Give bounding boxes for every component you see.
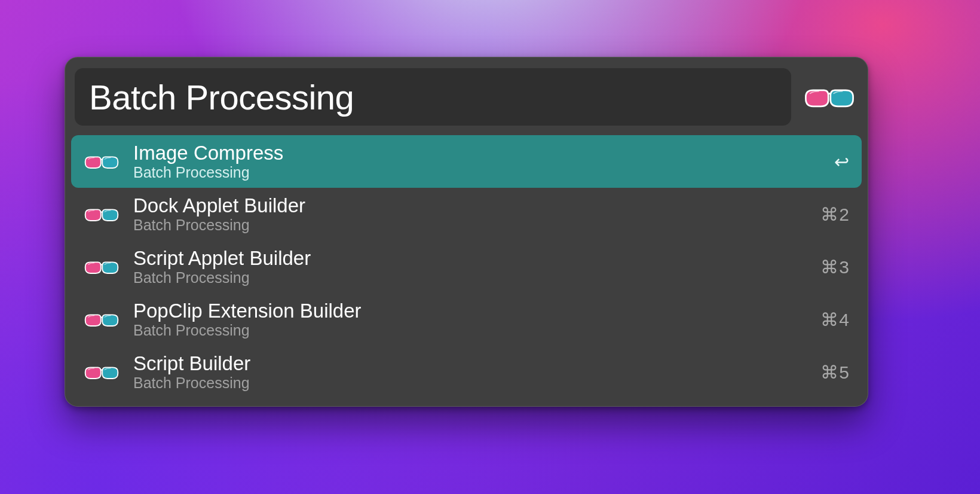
result-row[interactable]: Image Compress Batch Processing ↩ (71, 135, 862, 188)
glasses-icon (83, 205, 120, 224)
result-subtitle: Batch Processing (133, 164, 801, 180)
result-subtitle: Batch Processing (133, 375, 801, 391)
result-text: Script Applet Builder Batch Processing (133, 248, 801, 286)
result-icon (83, 301, 120, 338)
results-list: Image Compress Batch Processing ↩ Dock A… (65, 132, 868, 398)
result-shortcut: ⌘5 (814, 362, 850, 383)
result-text: PopClip Extension Builder Batch Processi… (133, 301, 801, 339)
result-row[interactable]: PopClip Extension Builder Batch Processi… (71, 293, 862, 346)
result-icon (83, 143, 120, 180)
return-icon: ↩ (834, 151, 850, 172)
result-row[interactable]: Dock Applet Builder Batch Processing ⌘2 (71, 188, 862, 240)
launcher-panel: Image Compress Batch Processing ↩ Dock A… (65, 57, 868, 407)
result-row[interactable]: Script Applet Builder Batch Processing ⌘… (71, 240, 862, 293)
result-shortcut: ⌘4 (814, 309, 850, 330)
glasses-icon (83, 153, 120, 171)
result-subtitle: Batch Processing (133, 270, 801, 285)
result-title: Image Compress (133, 143, 801, 164)
result-title: Script Applet Builder (133, 248, 801, 269)
result-subtitle: Batch Processing (133, 217, 801, 233)
result-text: Script Builder Batch Processing (133, 353, 801, 391)
glasses-icon (83, 363, 120, 382)
result-subtitle: Batch Processing (133, 322, 801, 338)
result-text: Dock Applet Builder Batch Processing (133, 196, 801, 233)
glasses-icon (803, 84, 856, 111)
result-row[interactable]: Script Builder Batch Processing ⌘5 (71, 346, 862, 398)
result-title: Script Builder (133, 353, 801, 374)
search-input[interactable] (75, 68, 791, 126)
result-shortcut: ↩ (814, 151, 850, 172)
result-icon (83, 248, 120, 285)
result-icon (83, 196, 120, 233)
result-text: Image Compress Batch Processing (133, 143, 801, 181)
result-icon (83, 353, 120, 391)
glasses-icon (83, 310, 120, 329)
result-title: Dock Applet Builder (133, 196, 801, 216)
app-logo (801, 68, 858, 126)
result-shortcut: ⌘3 (814, 257, 850, 278)
search-row (65, 57, 868, 132)
result-title: PopClip Extension Builder (133, 301, 801, 322)
glasses-icon (83, 258, 120, 276)
result-shortcut: ⌘2 (814, 204, 850, 225)
